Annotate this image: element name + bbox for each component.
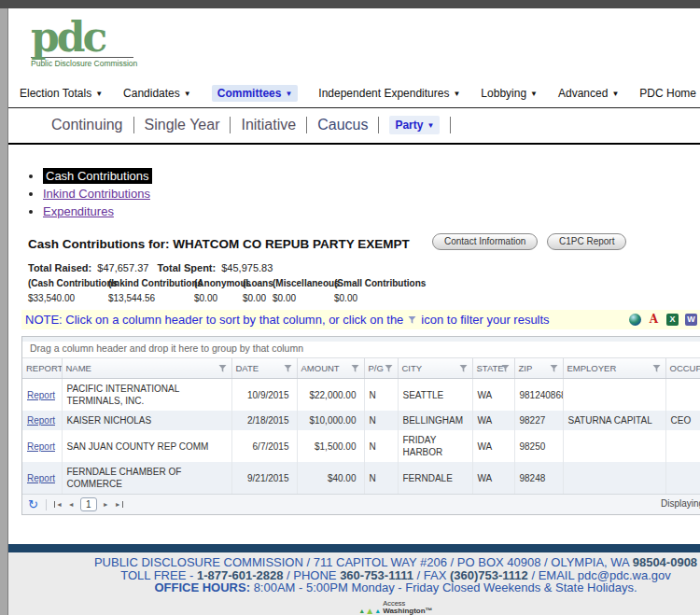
nav-item-label: Advanced — [558, 87, 608, 100]
cell-occupation: CEO — [665, 411, 700, 430]
nav-item-independent-expenditures[interactable]: Independent Expenditures▼ — [318, 87, 460, 100]
cell-employer: SATURNA CAPITAL — [563, 411, 665, 430]
refresh-icon[interactable]: ↻ — [28, 498, 38, 510]
note-banner: NOTE: Click on a column header to sort b… — [21, 310, 700, 329]
nav-item-candidates[interactable]: Candidates▼ — [123, 87, 191, 100]
report-link[interactable]: Report — [27, 390, 55, 400]
cell-pg: N — [364, 379, 398, 412]
nav-item-election-totals[interactable]: Election Totals▼ — [20, 87, 103, 100]
pager-prev-button[interactable]: ◄ — [68, 501, 75, 508]
tab-single-year[interactable]: Single Year — [145, 117, 220, 133]
totals-breakdown-labels: (Cash Contributions(Inkind Contributions… — [28, 278, 700, 288]
list-item: Cash Contributions — [43, 167, 700, 185]
breakdown-value: $13,544.56 — [108, 293, 194, 303]
breakdown-label: (Loans — [243, 278, 273, 288]
report-link-cell: Report — [22, 462, 62, 494]
list-item: Expenditures — [43, 203, 700, 220]
column-header-name[interactable]: NAME — [62, 358, 231, 379]
column-filter-icon[interactable] — [384, 363, 394, 373]
breakdown-label: (Miscellaneous — [273, 278, 334, 288]
dropdown-arrow-icon: ▼ — [530, 90, 538, 98]
pager-page-number[interactable]: 1 — [80, 497, 97, 511]
link-expenditures[interactable]: Expenditures — [43, 204, 114, 218]
export-word-icon[interactable]: W — [685, 314, 697, 326]
cell-city: FRIDAY HARBOR — [398, 430, 472, 462]
dropdown-arrow-icon: ▼ — [184, 90, 191, 98]
tab-continuing[interactable]: Continuing — [51, 117, 123, 133]
column-header-label: OCCUPATION — [670, 363, 700, 373]
link-cash-contributions[interactable]: Cash Contributions — [43, 168, 152, 184]
cell-zip: 98248 — [514, 462, 563, 494]
column-filter-icon[interactable] — [549, 363, 559, 373]
export-pdf-icon[interactable]: A — [648, 314, 660, 326]
note-text-suffix: icon to filter your results — [421, 313, 549, 327]
export-web-icon[interactable] — [629, 314, 641, 326]
column-header-amount[interactable]: AMOUNT — [297, 358, 364, 379]
pager-last-button[interactable]: ► — [115, 501, 123, 508]
nav-item-pdc-home[interactable]: PDC Home — [639, 87, 696, 100]
column-header-label: NAME — [66, 363, 91, 373]
column-header-city[interactable]: CITY — [398, 358, 472, 379]
column-header-label: P/G — [369, 363, 384, 373]
nav-item-label: Independent Expenditures — [318, 87, 449, 100]
column-header-occupation[interactable]: OCCUPATION — [665, 358, 700, 379]
cell-name: KAISER NICHOLAS — [62, 411, 231, 430]
nav-item-advanced[interactable]: Advanced▼ — [558, 87, 619, 100]
cell-zip: 98227 — [514, 411, 563, 430]
cell-amount: $22,000.00 — [297, 379, 364, 412]
total-spent-value: $45,975.83 — [221, 262, 273, 273]
tab-caucus[interactable]: Caucus — [317, 117, 368, 133]
nav-item-label: Candidates — [123, 87, 180, 100]
tab-party[interactable]: Party▼ — [389, 116, 440, 134]
group-by-drop-zone[interactable]: Drag a column header and drop it here to… — [22, 337, 700, 358]
report-link[interactable]: Report — [27, 441, 55, 452]
cell-state: WA — [472, 379, 514, 412]
access-washington-logo[interactable]: ▲▲▲ Access Washington™ — [358, 600, 432, 615]
column-filter-icon[interactable] — [217, 363, 228, 373]
column-header-p-g[interactable]: P/G — [364, 358, 398, 379]
cell-state: WA — [472, 462, 514, 494]
dropdown-arrow-icon: ▼ — [427, 121, 434, 130]
link-inkind-contributions[interactable]: Inkind Contributions — [43, 187, 150, 201]
cell-occupation — [665, 379, 700, 412]
column-header-report[interactable]: REPORT — [22, 358, 62, 379]
column-filter-icon[interactable] — [651, 363, 662, 373]
column-filter-icon[interactable] — [283, 363, 293, 373]
export-excel-icon[interactable]: X — [666, 314, 679, 326]
report-type-links: Cash ContributionsInkind ContributionsEx… — [27, 167, 700, 220]
column-header-state[interactable]: STATE — [472, 358, 514, 379]
column-filter-icon[interactable] — [458, 363, 469, 373]
totals-summary: Total Raised: $47,657.37 Total Spent: $4… — [28, 262, 700, 273]
report-link[interactable]: Report — [27, 473, 55, 483]
tab-party-label: Party — [395, 119, 423, 132]
cell-occupation — [665, 430, 700, 462]
pager-first-button[interactable]: ◄ — [54, 501, 63, 508]
pager-next-button[interactable]: ► — [103, 501, 109, 508]
nav-item-lobbying[interactable]: Lobbying▼ — [481, 87, 538, 100]
tab-separator — [378, 117, 379, 133]
report-link[interactable]: Report — [27, 415, 55, 426]
footer-text-part: 8:00AM - 5:00PM Monday - Friday Closed W… — [250, 580, 637, 594]
nav-item-committees[interactable]: Committees▼ — [212, 85, 299, 102]
dropdown-arrow-icon: ▼ — [95, 90, 103, 98]
footer-address-line: PUBLIC DISCLOSURE COMMISSION / 711 CAPIT… — [8, 556, 700, 569]
column-header-label: REPORT — [26, 363, 62, 373]
breakdown-value: $0.00 — [194, 293, 243, 303]
contact-information-button[interactable]: Contact Information — [432, 233, 538, 250]
column-header-zip[interactable]: ZIP — [514, 358, 563, 379]
cell-state: WA — [472, 430, 514, 462]
c1pc-report-button[interactable]: C1PC Report — [547, 233, 626, 250]
column-filter-icon[interactable] — [350, 363, 360, 373]
pdc-logo[interactable]: pdc Public Disclosure Commission — [31, 19, 143, 68]
cell-pg: N — [364, 462, 398, 494]
cell-city: SEATTLE — [398, 379, 472, 412]
footer: PUBLIC DISCLOSURE COMMISSION / 711 CAPIT… — [8, 544, 700, 615]
contributions-table: REPORTNAMEDATEAMOUNTP/GCITYSTATEZIPEMPLO… — [22, 358, 700, 494]
cell-employer — [563, 430, 665, 462]
pager-status-text: Displaying — [661, 498, 700, 509]
tab-initiative[interactable]: Initiative — [241, 117, 296, 133]
totals-breakdown-values: $33,540.00$13,544.56$0.00$0.00$0.00$0.00 — [28, 293, 700, 303]
nav-item-label: Committees — [217, 87, 282, 100]
column-header-employer[interactable]: EMPLOYER — [563, 358, 665, 379]
column-header-date[interactable]: DATE — [231, 358, 297, 379]
